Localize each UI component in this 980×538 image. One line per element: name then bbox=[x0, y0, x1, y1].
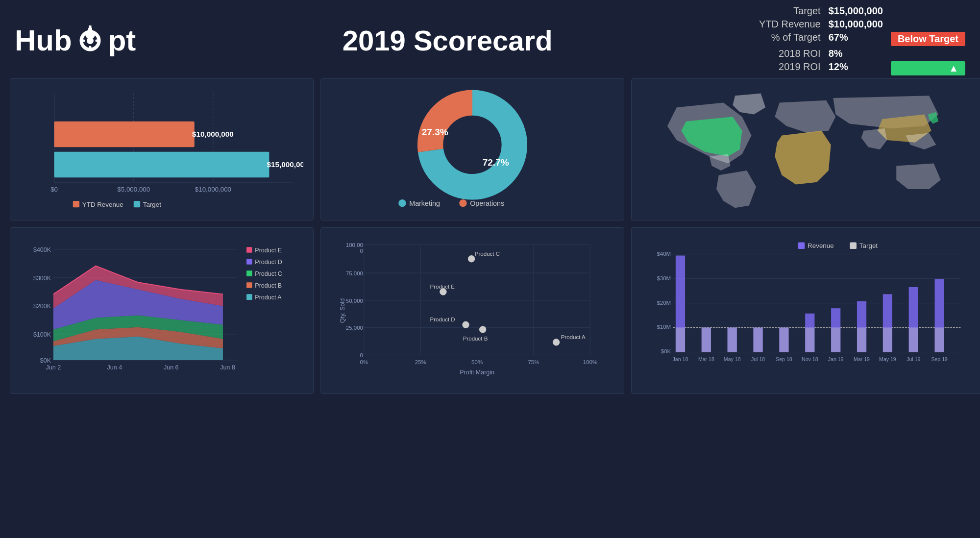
roi2019-label: 2019 ROI bbox=[759, 61, 821, 75]
svg-text:Jun 6: Jun 6 bbox=[164, 364, 179, 371]
svg-rect-130 bbox=[909, 328, 918, 352]
pct-label: % of Target bbox=[759, 32, 821, 46]
svg-point-89 bbox=[440, 289, 446, 295]
svg-text:Target: Target bbox=[859, 242, 878, 249]
svg-text:$5,000,000: $5,000,000 bbox=[117, 186, 150, 193]
world-map bbox=[641, 89, 974, 210]
svg-point-32 bbox=[459, 199, 466, 207]
area-chart: $400K $300K $200K $100K $0K bbox=[20, 238, 303, 384]
svg-text:May 19: May 19 bbox=[879, 356, 896, 362]
pct-value: 67% bbox=[829, 32, 883, 46]
svg-text:100%: 100% bbox=[583, 359, 597, 365]
svg-rect-120 bbox=[779, 328, 788, 352]
ytd-label: YTD Revenue bbox=[759, 19, 821, 30]
svg-rect-112 bbox=[676, 328, 685, 352]
svg-text:Jul 18: Jul 18 bbox=[751, 356, 765, 362]
svg-point-93 bbox=[479, 326, 486, 333]
svg-rect-60 bbox=[246, 282, 252, 288]
svg-point-91 bbox=[463, 321, 469, 328]
svg-text:Product B: Product B bbox=[255, 282, 282, 289]
svg-text:Product A: Product A bbox=[561, 334, 586, 340]
svg-text:Product D: Product D bbox=[430, 317, 455, 322]
svg-text:100,00: 100,00 bbox=[346, 242, 363, 248]
svg-point-4 bbox=[87, 37, 94, 44]
svg-text:0%: 0% bbox=[360, 359, 368, 365]
svg-rect-114 bbox=[702, 328, 711, 352]
roi2019-badge: ▲ bbox=[891, 61, 965, 75]
bar-chart-box: $10,000,000 $15,000,000 $0 $5,000,000 $1… bbox=[10, 78, 314, 220]
svg-rect-23 bbox=[134, 201, 140, 207]
svg-rect-58 bbox=[246, 270, 252, 276]
svg-text:$10,000,000: $10,000,000 bbox=[195, 186, 231, 193]
svg-text:$20M: $20M bbox=[657, 300, 671, 306]
scatter-chart-box: Qty. Sold 100,00 0 75,000 50,000 25,000 … bbox=[320, 227, 624, 394]
svg-text:75%: 75% bbox=[528, 359, 539, 365]
area-chart-box: $400K $300K $200K $100K $0K bbox=[10, 227, 314, 394]
svg-text:$100K: $100K bbox=[33, 331, 51, 338]
svg-point-30 bbox=[398, 199, 406, 207]
bar2-chart-box: Revenue Target $40M $30M $20M $10M $0K bbox=[631, 227, 980, 394]
svg-text:$15,000,000: $15,000,000 bbox=[267, 160, 303, 169]
svg-text:Sep 18: Sep 18 bbox=[776, 356, 792, 362]
page-title: 2019 Scorecard bbox=[136, 24, 759, 57]
svg-rect-54 bbox=[246, 247, 252, 253]
svg-rect-118 bbox=[753, 328, 762, 352]
logo: Hub pt bbox=[15, 24, 136, 58]
svg-text:Operations: Operations bbox=[470, 199, 504, 207]
ytd-value: $10,000,000 bbox=[829, 19, 883, 30]
svg-text:Jan 18: Jan 18 bbox=[673, 356, 688, 362]
svg-text:$0K: $0K bbox=[661, 348, 671, 354]
svg-text:Revenue: Revenue bbox=[808, 242, 834, 249]
header: Hub pt 2019 Scorecard Target $15,000,000… bbox=[0, 0, 980, 78]
svg-text:Product D: Product D bbox=[255, 259, 282, 266]
svg-rect-99 bbox=[850, 243, 857, 249]
hubspot-icon bbox=[73, 24, 107, 58]
svg-rect-132 bbox=[935, 328, 944, 352]
svg-text:Product E: Product E bbox=[255, 247, 282, 254]
svg-rect-126 bbox=[857, 328, 866, 352]
donut-chart: 27.3% 72.7% Marketing Operations bbox=[331, 89, 614, 210]
svg-text:$0K: $0K bbox=[40, 357, 51, 364]
svg-text:Product C: Product C bbox=[475, 251, 500, 257]
svg-text:75,000: 75,000 bbox=[346, 270, 363, 276]
svg-point-95 bbox=[553, 339, 559, 345]
svg-rect-14 bbox=[54, 122, 195, 147]
svg-text:Jun 4: Jun 4 bbox=[107, 364, 122, 371]
svg-text:Product E: Product E bbox=[430, 284, 455, 290]
svg-text:YTD Revenue: YTD Revenue bbox=[82, 201, 123, 208]
scorecard-info: Target $15,000,000 YTD Revenue $10,000,0… bbox=[759, 5, 965, 75]
svg-text:25%: 25% bbox=[415, 359, 426, 365]
svg-text:0: 0 bbox=[360, 352, 363, 358]
bar-chart: $10,000,000 $15,000,000 $0 $5,000,000 $1… bbox=[20, 89, 303, 210]
svg-text:$40M: $40M bbox=[657, 251, 671, 257]
svg-rect-56 bbox=[246, 259, 252, 265]
bar2-chart: Revenue Target $40M $30M $20M $10M $0K bbox=[641, 238, 974, 384]
map-chart-box bbox=[631, 78, 980, 220]
svg-text:Marketing: Marketing bbox=[409, 199, 440, 207]
svg-text:Mar 18: Mar 18 bbox=[698, 356, 714, 362]
svg-text:Product C: Product C bbox=[255, 270, 282, 277]
svg-text:$10M: $10M bbox=[657, 324, 671, 330]
svg-text:May 18: May 18 bbox=[724, 356, 741, 362]
svg-text:Qty. Sold: Qty. Sold bbox=[339, 298, 346, 323]
scatter-chart: Qty. Sold 100,00 0 75,000 50,000 25,000 … bbox=[331, 238, 614, 384]
svg-text:Jul 19: Jul 19 bbox=[906, 356, 920, 362]
svg-text:Jan 19: Jan 19 bbox=[828, 356, 844, 362]
svg-text:Product B: Product B bbox=[463, 336, 488, 342]
svg-text:25,000: 25,000 bbox=[346, 325, 363, 331]
svg-rect-16 bbox=[54, 152, 270, 177]
svg-rect-21 bbox=[73, 201, 79, 207]
svg-text:$200K: $200K bbox=[33, 303, 51, 310]
svg-text:Jun 2: Jun 2 bbox=[46, 364, 61, 371]
svg-text:Profit Margin: Profit Margin bbox=[460, 369, 494, 376]
svg-rect-97 bbox=[798, 243, 805, 249]
logo-text-pt: pt bbox=[108, 24, 136, 57]
svg-text:$0: $0 bbox=[50, 186, 58, 193]
svg-text:72.7%: 72.7% bbox=[483, 157, 509, 168]
target-label: Target bbox=[759, 5, 821, 17]
svg-text:$400K: $400K bbox=[33, 246, 51, 253]
target-value: $15,000,000 bbox=[829, 5, 883, 17]
svg-text:Target: Target bbox=[143, 201, 161, 208]
svg-rect-128 bbox=[883, 328, 892, 352]
svg-rect-124 bbox=[831, 328, 840, 352]
